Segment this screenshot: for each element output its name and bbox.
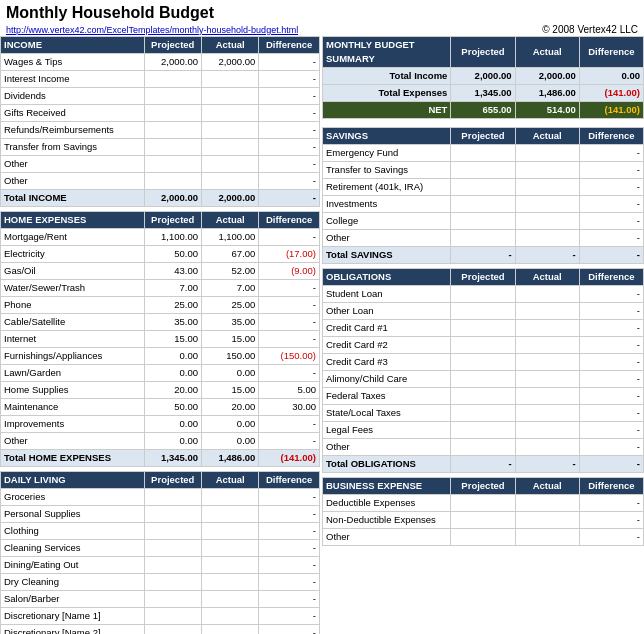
daily-living-table: DAILY LIVING Projected Actual Difference… [0, 471, 320, 634]
table-row: Deductible Expenses - [323, 495, 644, 512]
right-column: MONTHLY BUDGET SUMMARY Projected Actual … [320, 36, 644, 634]
table-row: Other - [323, 439, 644, 456]
table-row: Gas/Oil 43.00 52.00 (9.00) [1, 263, 320, 280]
obligations-total-label: Total OBLIGATIONS [323, 456, 451, 473]
table-row: Discretionary [Name 2] - [1, 625, 320, 635]
table-row: Salon/Barber - [1, 591, 320, 608]
daily-col-actual: Actual [201, 472, 258, 489]
table-row: Non-Deductible Expenses - [323, 512, 644, 529]
summary-income-row: Total Income 2,000.00 2,000.00 0.00 [323, 68, 644, 85]
table-row: Electricity 50.00 67.00 (17.00) [1, 246, 320, 263]
table-row: Maintenance 50.00 20.00 30.00 [1, 399, 320, 416]
home-expenses-table: HOME EXPENSES Projected Actual Differenc… [0, 211, 320, 467]
summary-header-row: MONTHLY BUDGET SUMMARY Projected Actual … [323, 37, 644, 68]
table-row: Improvements 0.00 0.00 - [1, 416, 320, 433]
table-row: Furnishings/Appliances 0.00 150.00 (150.… [1, 348, 320, 365]
table-row: Groceries - [1, 489, 320, 506]
business-col-difference: Difference [579, 478, 643, 495]
savings-col-projected: Projected [451, 128, 515, 145]
summary-col-projected: Projected [451, 37, 515, 68]
table-row: Legal Fees - [323, 422, 644, 439]
business-expense-table: BUSINESS EXPENSE Projected Actual Differ… [322, 477, 644, 546]
table-row: Internet 15.00 15.00 - [1, 331, 320, 348]
home-total-projected: 1,345.00 [144, 450, 201, 467]
business-col-projected: Projected [451, 478, 515, 495]
table-row: Federal Taxes - [323, 388, 644, 405]
obligations-col-difference: Difference [579, 269, 643, 286]
summary-table: MONTHLY BUDGET SUMMARY Projected Actual … [322, 36, 644, 119]
table-row: Other 0.00 0.00 - [1, 433, 320, 450]
obligations-col-actual: Actual [515, 269, 579, 286]
income-section-title: INCOME [1, 37, 145, 54]
table-row: Home Supplies 20.00 15.00 5.00 [1, 382, 320, 399]
table-row: Personal Supplies - [1, 506, 320, 523]
home-total-label: Total HOME EXPENSES [1, 450, 145, 467]
table-row: Gifts Received - [1, 105, 320, 122]
summary-col-difference: Difference [579, 37, 643, 68]
savings-total-projected: - [451, 247, 515, 264]
savings-header-row: SAVINGS Projected Actual Difference [323, 128, 644, 145]
table-row: Alimony/Child Care - [323, 371, 644, 388]
savings-table: SAVINGS Projected Actual Difference Emer… [322, 127, 644, 264]
copyright: © 2008 Vertex42 LLC [542, 24, 638, 35]
business-header-row: BUSINESS EXPENSE Projected Actual Differ… [323, 478, 644, 495]
table-row: Other - [323, 529, 644, 546]
income-total-actual: 2,000.00 [201, 190, 258, 207]
table-row: Cable/Satellite 35.00 35.00 - [1, 314, 320, 331]
home-col-difference: Difference [259, 212, 320, 229]
page-title: Monthly Household Budget [6, 4, 638, 22]
obligations-total-row: Total OBLIGATIONS - - - [323, 456, 644, 473]
obligations-total-difference: - [579, 456, 643, 473]
income-table: INCOME Projected Actual Difference Wages… [0, 36, 320, 207]
savings-col-difference: Difference [579, 128, 643, 145]
left-column: INCOME Projected Actual Difference Wages… [0, 36, 320, 634]
table-row: Discretionary [Name 1] - [1, 608, 320, 625]
main-layout: INCOME Projected Actual Difference Wages… [0, 36, 644, 634]
obligations-header-row: OBLIGATIONS Projected Actual Difference [323, 269, 644, 286]
table-row: State/Local Taxes - [323, 405, 644, 422]
table-row: Other - [323, 230, 644, 247]
table-row: Other - [1, 156, 320, 173]
table-row: Mortgage/Rent 1,100.00 1,100.00 - [1, 229, 320, 246]
income-total-difference: - [259, 190, 320, 207]
home-section-title: HOME EXPENSES [1, 212, 145, 229]
savings-total-label: Total SAVINGS [323, 247, 451, 264]
business-section-title: BUSINESS EXPENSE [323, 478, 451, 495]
savings-section-title: SAVINGS [323, 128, 451, 145]
summary-col-actual: Actual [515, 37, 579, 68]
daily-col-projected: Projected [144, 472, 201, 489]
table-row: Clothing - [1, 523, 320, 540]
table-row: Water/Sewer/Trash 7.00 7.00 - [1, 280, 320, 297]
table-row: Credit Card #3 - [323, 354, 644, 371]
subtitle-row: http://www.vertex42.com/ExcelTemplates/m… [0, 24, 644, 36]
table-row: Transfer to Savings - [323, 162, 644, 179]
home-col-actual: Actual [201, 212, 258, 229]
savings-total-actual: - [515, 247, 579, 264]
daily-col-difference: Difference [259, 472, 320, 489]
summary-net-row: NET 655.00 514.00 (141.00) [323, 102, 644, 119]
table-row: Retirement (401k, IRA) - [323, 179, 644, 196]
table-row: Dry Cleaning - [1, 574, 320, 591]
savings-total-row: Total SAVINGS - - - [323, 247, 644, 264]
obligations-col-projected: Projected [451, 269, 515, 286]
title-row: Monthly Household Budget [0, 0, 644, 24]
table-row: Interest Income - [1, 71, 320, 88]
table-row: Dining/Eating Out - [1, 557, 320, 574]
table-row: Emergency Fund - [323, 145, 644, 162]
income-col-actual: Actual [201, 37, 258, 54]
table-row: Investments - [323, 196, 644, 213]
income-header-row: INCOME Projected Actual Difference [1, 37, 320, 54]
table-row: Wages & Tips 2,000.00 2,000.00 - [1, 54, 320, 71]
income-col-difference: Difference [259, 37, 320, 54]
obligations-section-title: OBLIGATIONS [323, 269, 451, 286]
daily-header-row: DAILY LIVING Projected Actual Difference [1, 472, 320, 489]
summary-expenses-row: Total Expenses 1,345.00 1,486.00 (141.00… [323, 85, 644, 102]
daily-section-title: DAILY LIVING [1, 472, 145, 489]
income-col-projected: Projected [144, 37, 201, 54]
table-row: Refunds/Reimbursements - [1, 122, 320, 139]
table-row: Other Loan - [323, 303, 644, 320]
website-link[interactable]: http://www.vertex42.com/ExcelTemplates/m… [6, 25, 298, 35]
table-row: Other - [1, 173, 320, 190]
income-total-label: Total INCOME [1, 190, 145, 207]
home-total-actual: 1,486.00 [201, 450, 258, 467]
